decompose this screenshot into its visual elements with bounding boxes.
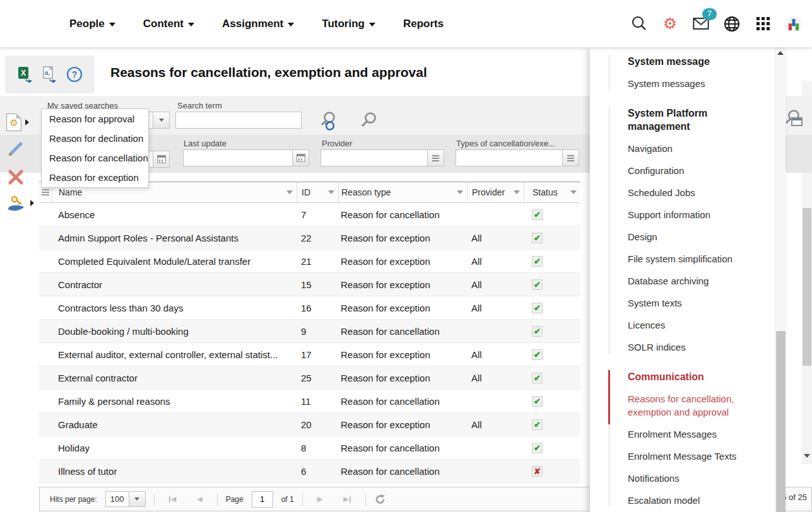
hits-per-page-select[interactable]: 100 — [105, 491, 146, 507]
column-filter-icon[interactable] — [570, 190, 577, 194]
table-body: Absence7Reason for cancellation✔Admin Su… — [39, 203, 580, 483]
sidebar-item[interactable]: Enrolment Message Texts — [628, 450, 760, 463]
column-header-status[interactable]: Status — [524, 182, 580, 202]
sidebar-item[interactable]: Navigation — [628, 142, 760, 155]
sidebar-item[interactable]: Scheduled Jobs — [628, 186, 760, 199]
cell-row-handle — [39, 226, 52, 249]
saved-search-option[interactable]: Reason for approval — [42, 109, 148, 129]
page-title: Reasons for cancellation, exemption and … — [110, 65, 427, 80]
globe-icon[interactable] — [724, 16, 740, 32]
search-refresh-icon[interactable] — [319, 110, 341, 131]
table-row[interactable]: Graduate20Reason for exceptionAll✔ — [39, 413, 580, 436]
sidebar-item[interactable]: Design — [628, 230, 760, 243]
sidebar-item[interactable]: Enrolment Messages — [628, 428, 760, 441]
provider-field[interactable] — [321, 149, 444, 166]
cell-id: 17 — [297, 343, 338, 366]
saved-search-option[interactable]: Reason for declination — [42, 129, 148, 148]
cell-status: ✔ — [524, 413, 580, 436]
table-row[interactable]: Contractors less than 30 days16Reason fo… — [39, 296, 580, 320]
column-filter-icon[interactable] — [328, 190, 334, 194]
search-term-field[interactable] — [175, 112, 302, 129]
cell-status: ✔ — [524, 366, 580, 389]
calendar-button[interactable] — [153, 151, 170, 168]
scrollbar-thumb[interactable] — [803, 208, 811, 366]
status-active-icon: ✔ — [532, 256, 543, 267]
sidebar-item[interactable]: Configuration — [628, 164, 760, 177]
table-row[interactable]: External contractor25Reason for exceptio… — [39, 366, 580, 390]
sidebar-item[interactable]: File system simplification — [628, 252, 760, 265]
table-row[interactable]: External auditor, external controller, e… — [39, 343, 580, 366]
saved-searches-dropdown-button[interactable] — [153, 112, 170, 129]
sidebar-item[interactable]: System messages — [628, 77, 760, 90]
first-page-button[interactable]: ◀ — [163, 495, 182, 503]
calendar-button[interactable] — [293, 149, 309, 166]
cell-id: 16 — [297, 296, 338, 319]
table-row[interactable]: Contractor15Reason for exceptionAll✔ — [39, 273, 580, 296]
delete-record-button[interactable] — [6, 168, 25, 187]
search-term-input[interactable] — [175, 112, 302, 129]
table-row[interactable]: Admin Support Roles - Personal Assistant… — [39, 226, 580, 250]
last-update-input[interactable] — [183, 149, 293, 166]
hits-dropdown-button[interactable] — [129, 491, 146, 507]
nav-item-assignment[interactable]: Assignment — [222, 18, 294, 30]
sidebar-item[interactable]: Escalation model — [628, 494, 760, 507]
cell-provider — [467, 390, 524, 412]
next-page-button[interactable]: ▶ — [311, 495, 329, 503]
nav-item-tutoring[interactable]: Tutoring — [322, 18, 375, 30]
export-text-icon[interactable]: a, — [42, 66, 58, 83]
sidebar-item[interactable]: Notifications — [628, 472, 760, 485]
search-window-icon[interactable] — [784, 108, 806, 130]
saved-search-option[interactable]: Reason for exception — [42, 168, 148, 187]
cell-id: 15 — [297, 273, 338, 296]
table-row[interactable]: Family & personal reasons11Reason for ca… — [39, 390, 580, 413]
list-picker-button[interactable] — [428, 149, 444, 166]
last-update-field[interactable] — [183, 149, 309, 166]
chevron-down-icon — [188, 23, 194, 26]
column-filter-icon[interactable] — [286, 190, 293, 194]
table-row[interactable]: Illness of tutor6Reason for cancellation… — [39, 460, 580, 483]
apps-grid-icon[interactable] — [755, 16, 771, 32]
mail-icon[interactable]: 7 — [693, 16, 709, 32]
help-icon[interactable]: ? — [66, 66, 83, 83]
sidebar-item[interactable]: Reasons for cancellation, exemption and … — [628, 392, 760, 419]
cell-row-handle — [39, 460, 52, 482]
column-filter-icon[interactable] — [514, 190, 520, 194]
sidebar-item[interactable]: Licences — [628, 318, 760, 332]
types-field[interactable] — [456, 149, 579, 166]
permissions-button[interactable] — [6, 194, 34, 212]
nav-item-reports[interactable]: Reports — [403, 18, 444, 30]
table-row[interactable]: Absence7Reason for cancellation✔ — [39, 203, 580, 226]
sidebar-item[interactable]: Database archiving — [628, 274, 760, 288]
column-header-id[interactable]: ID — [297, 182, 338, 202]
sidebar-item[interactable]: System texts — [628, 296, 760, 310]
brand-logo[interactable] — [786, 16, 802, 32]
scrollbar-thumb[interactable] — [776, 331, 786, 512]
column-header-provider[interactable]: Provider — [467, 182, 524, 202]
refresh-icon[interactable] — [374, 493, 386, 505]
scroll-down-arrow-icon[interactable] — [804, 454, 810, 458]
table-row[interactable]: Holiday8Reason for cancellation✔ — [39, 436, 580, 460]
list-picker-button[interactable] — [563, 149, 579, 166]
new-record-button[interactable]: ⚙ — [6, 113, 29, 131]
last-page-button[interactable]: ▶ — [337, 495, 356, 503]
search-icon[interactable] — [360, 111, 379, 130]
column-filter-icon[interactable] — [457, 190, 463, 194]
settings-gear-icon[interactable]: ⚙ — [662, 16, 678, 32]
sidebar-item[interactable]: SOLR indices — [628, 340, 760, 354]
nav-item-content[interactable]: Content — [143, 18, 194, 30]
provider-input[interactable] — [321, 149, 428, 166]
types-input[interactable] — [456, 149, 563, 166]
edit-record-button[interactable] — [6, 139, 25, 158]
nav-item-people[interactable]: People — [69, 18, 115, 30]
export-excel-icon[interactable]: X — [17, 66, 33, 83]
page-number-input[interactable] — [252, 491, 273, 508]
column-header-reason-type[interactable]: Reason type — [338, 182, 467, 202]
panel-scrollbar[interactable] — [775, 47, 786, 512]
table-row[interactable]: Double-booking / multi-booking9Reason fo… — [39, 320, 580, 343]
saved-search-option[interactable]: Reason for cancellation — [42, 148, 148, 168]
prev-page-button[interactable]: ◀ — [191, 495, 208, 503]
table-row[interactable]: Completed Equivalent Module/Lateral tran… — [39, 250, 580, 273]
scroll-up-arrow-icon[interactable] — [777, 51, 784, 55]
search-icon[interactable] — [631, 16, 647, 32]
sidebar-item[interactable]: Support information — [628, 208, 760, 221]
